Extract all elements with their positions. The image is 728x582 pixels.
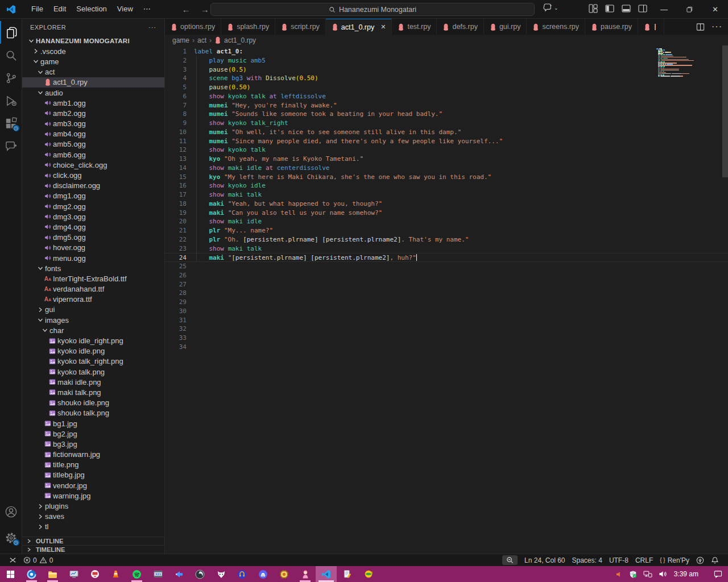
nav-back-icon[interactable]: ←: [182, 5, 191, 14]
fox-app-icon[interactable]: [210, 566, 231, 582]
code-line[interactable]: 16 show kyoko idle: [165, 181, 728, 190]
tree-file[interactable]: AAverdanahand.ttf: [22, 284, 164, 294]
tree-file[interactable]: kyoko idle_right.png: [22, 335, 164, 346]
notifications-bell-icon[interactable]: [708, 556, 722, 564]
breadcrumb-item[interactable]: game: [172, 36, 189, 44]
task-manager-icon[interactable]: [63, 566, 84, 582]
minimap[interactable]: [656, 48, 720, 77]
code-line[interactable]: 23 show maki talk: [165, 244, 728, 253]
browser-icon[interactable]: [21, 566, 42, 582]
tree-file[interactable]: bg3.jpg: [22, 439, 164, 449]
tree-folder[interactable]: images: [22, 315, 164, 325]
code-line[interactable]: 4 scene bg3 with Dissolve(0.50): [165, 74, 728, 83]
spotify-icon[interactable]: [126, 566, 147, 582]
explorer-more-actions-icon[interactable]: ···: [148, 24, 156, 31]
tab-close-icon[interactable]: ✕: [380, 23, 386, 31]
tree-file[interactable]: AAInterTight-ExtraBold.ttf: [22, 273, 164, 284]
tree-file[interactable]: titlebg.jpg: [22, 470, 164, 480]
tree-folder[interactable]: act: [22, 67, 164, 77]
code-line[interactable]: 28: [165, 289, 728, 298]
code-line[interactable]: 5 pause(0.50): [165, 83, 728, 92]
capture-tool-icon[interactable]: [84, 566, 105, 582]
notepad-plus-icon[interactable]: [337, 566, 358, 582]
code-line[interactable]: 12 show kyoko talk: [165, 146, 728, 155]
code-line[interactable]: 10 mumei "Oh well, it's nice to see some…: [165, 128, 728, 137]
tree-file[interactable]: fictionwarn.jpg: [22, 450, 164, 460]
toggle-sidebar-icon[interactable]: [605, 4, 614, 13]
tree-file[interactable]: amb4.ogg: [22, 129, 164, 139]
accessibility-icon[interactable]: [693, 556, 708, 564]
tree-folder[interactable]: game: [22, 56, 164, 66]
discord-icon[interactable]: [253, 566, 274, 582]
code-line[interactable]: 13 kyo "Oh yeah, my name is Kyoko Tameta…: [165, 155, 728, 164]
split-editor-icon[interactable]: [696, 23, 705, 31]
code-line[interactable]: 32: [165, 325, 728, 334]
menu-selection[interactable]: Selection: [71, 3, 111, 15]
activity-run-debug-icon[interactable]: [0, 89, 22, 112]
globe-app-icon[interactable]: [358, 566, 379, 582]
tree-folder[interactable]: .vscode: [22, 46, 164, 56]
tab-act1_0-rpy[interactable]: act1_0.rpy✕: [326, 19, 392, 35]
code-line[interactable]: 34: [165, 343, 728, 352]
editor-scrollbar[interactable]: [722, 45, 728, 177]
encoding[interactable]: UTF-8: [606, 556, 632, 564]
outline-section[interactable]: OUTLINE: [22, 537, 164, 545]
problems-indicator[interactable]: 0 0: [20, 554, 56, 566]
code-line[interactable]: 29: [165, 298, 728, 307]
code-line[interactable]: 7 mumei "Hey, you're finally awake.": [165, 101, 728, 110]
tray-audio-icon[interactable]: [616, 571, 623, 578]
tree-file[interactable]: shouko talk.png: [22, 408, 164, 418]
renpy-launcher-icon[interactable]: [295, 566, 316, 582]
language-mode[interactable]: { } Ren'Py: [656, 556, 693, 564]
toggle-panel-icon[interactable]: [622, 4, 631, 13]
tree-folder[interactable]: saves: [22, 512, 164, 522]
tree-folder[interactable]: gui: [22, 305, 164, 315]
copilot-icon[interactable]: ⌄: [543, 3, 559, 12]
code-line[interactable]: 22 plr "Oh. [persistent.plrname] [persis…: [165, 235, 728, 244]
breadcrumb-item[interactable]: act1_0.rpy: [224, 36, 256, 44]
tree-file[interactable]: menu.ogg: [22, 253, 164, 263]
tab-splash-rpy[interactable]: splash.rpy: [221, 19, 275, 35]
tab-options-rpy[interactable]: options.rpy: [165, 19, 221, 35]
tab-partial[interactable]: [638, 19, 664, 35]
tab-pause-rpy[interactable]: pause.rpy: [585, 19, 638, 35]
tab-script-rpy[interactable]: script.rpy: [275, 19, 326, 35]
vscode-icon[interactable]: [316, 566, 337, 582]
nav-forward-icon[interactable]: →: [201, 5, 209, 14]
tree-file[interactable]: amb3.ogg: [22, 119, 164, 129]
code-line[interactable]: 26: [165, 271, 728, 280]
tree-file[interactable]: maki idle.png: [22, 377, 164, 387]
code-line[interactable]: 24 maki "[persistent.plrname] [persisten…: [165, 253, 728, 262]
code-line[interactable]: 18 maki "Yeah, but what happened to you,…: [165, 199, 728, 209]
code-line[interactable]: 17 show maki talk: [165, 190, 728, 199]
code-line[interactable]: 8 mumei "Sounds like someone took a beat…: [165, 110, 728, 119]
tree-file[interactable]: vendor.jpg: [22, 480, 164, 490]
tree-file[interactable]: hover.ogg: [22, 243, 164, 253]
badge-app-icon[interactable]: [274, 566, 295, 582]
code-line[interactable]: 1label act1_0:: [165, 47, 728, 56]
menu-[interactable]: ⋯: [138, 3, 156, 15]
start-button-icon[interactable]: [0, 566, 21, 582]
tab-defs-rpy[interactable]: defs.rpy: [437, 19, 483, 35]
tree-file[interactable]: kyoko talk.png: [22, 367, 164, 377]
activity-source-control-icon[interactable]: [0, 66, 22, 89]
tab-screens-rpy[interactable]: screens.rpy: [527, 19, 585, 35]
tree-file[interactable]: kyoko talk_right.png: [22, 356, 164, 367]
tree-file[interactable]: bg2.jpg: [22, 429, 164, 439]
media-player-classic-icon[interactable]: 321: [147, 566, 168, 582]
notification-center-icon[interactable]: [714, 570, 722, 578]
more-actions-icon[interactable]: ···: [712, 22, 722, 32]
code-line[interactable]: 20 show maki idle: [165, 217, 728, 226]
cursor-position[interactable]: Ln 24, Col 60: [521, 556, 568, 564]
tree-folder[interactable]: fonts: [22, 263, 164, 273]
tree-file[interactable]: title.png: [22, 460, 164, 470]
tree-file[interactable]: click.ogg: [22, 170, 164, 180]
command-center-search[interactable]: Hananezumi Monogatari: [210, 3, 535, 16]
menu-file[interactable]: File: [26, 3, 48, 15]
sharex-icon[interactable]: [168, 566, 189, 582]
code-line[interactable]: 25: [165, 262, 728, 271]
indentation[interactable]: Spaces: 4: [569, 556, 606, 564]
tree-folder[interactable]: plugins: [22, 501, 164, 511]
tree-file[interactable]: amb5.ogg: [22, 139, 164, 149]
audio-app-icon[interactable]: [231, 566, 253, 582]
